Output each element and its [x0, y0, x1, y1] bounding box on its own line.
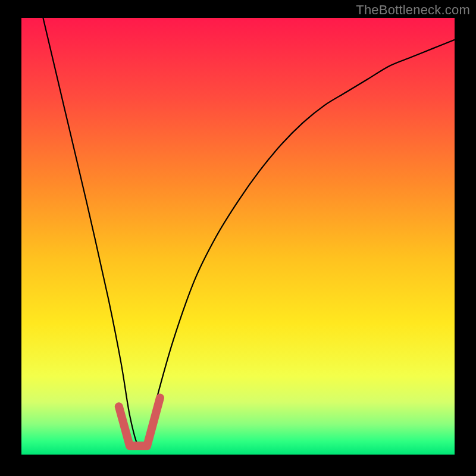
plot-background [21, 18, 455, 455]
bottleneck-chart [0, 0, 476, 476]
chart-frame: TheBottleneck.com [0, 0, 476, 476]
